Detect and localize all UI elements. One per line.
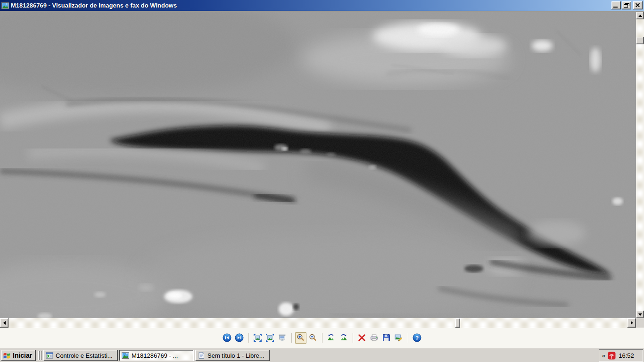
scrollbar-corner	[636, 318, 644, 328]
toolbar-separator	[322, 333, 322, 343]
start-button[interactable]: Iniciar	[1, 350, 36, 361]
picture-viewer-icon	[1, 2, 9, 9]
slideshow-icon	[278, 333, 287, 342]
system-tray: « 16:52	[599, 349, 643, 362]
window-title: M181286769 - Visualizador de imagens e f…	[11, 2, 177, 9]
taskbar-item-label: Controle e Estatísti...	[56, 352, 113, 359]
print-icon	[370, 333, 379, 342]
delete-button[interactable]	[356, 332, 368, 344]
help-button[interactable]: ?	[412, 332, 423, 344]
previous-image-icon	[223, 333, 231, 342]
next-image-button[interactable]	[234, 332, 245, 344]
arrow-up-icon	[638, 15, 642, 17]
rotate-clockwise-icon	[339, 333, 348, 342]
windows-logo-icon	[3, 352, 11, 359]
minimize-icon	[613, 7, 618, 8]
rotate-counterclockwise-icon	[327, 333, 336, 342]
actual-size-button[interactable]	[264, 332, 276, 344]
picture-viewer-icon	[122, 352, 129, 359]
writer-document-icon	[198, 352, 205, 359]
avira-icon[interactable]	[608, 352, 616, 360]
edit-image-icon	[394, 333, 403, 342]
close-button[interactable]	[633, 1, 643, 9]
save-button[interactable]	[381, 332, 392, 344]
taskbar-item-controle[interactable]: Controle e Estatísti...	[43, 350, 118, 361]
toolbar-separator	[408, 333, 408, 343]
best-fit-icon	[253, 333, 262, 342]
zoom-out-button[interactable]	[307, 332, 319, 344]
taskbar: Iniciar Controle e Estatísti... M1812867…	[0, 348, 644, 362]
toolbar-separator	[291, 333, 292, 343]
scroll-right-button[interactable]	[627, 318, 636, 328]
taskbar-grip[interactable]	[41, 351, 42, 360]
taskbar-item-viewer[interactable]: M181286769 - ...	[119, 350, 194, 361]
vertical-scrollbar-track[interactable]	[636, 12, 644, 318]
save-icon	[382, 333, 391, 342]
taskbar-item-label: Sem título 1 - Libre...	[207, 352, 264, 359]
taskbar-item-writer[interactable]: Sem título 1 - Libre...	[195, 350, 270, 361]
restore-button[interactable]	[622, 1, 631, 9]
svg-text:?: ?	[415, 335, 419, 341]
help-icon: ?	[413, 333, 421, 342]
rotate-clockwise-button[interactable]	[338, 332, 349, 344]
best-fit-button[interactable]	[252, 332, 264, 344]
image-viewport[interactable]	[0, 12, 636, 318]
next-image-icon	[235, 333, 244, 342]
spreadsheet-app-icon	[46, 352, 53, 359]
zoom-in-icon	[296, 333, 305, 342]
arrow-left-icon	[3, 321, 6, 325]
taskbar-grip[interactable]	[38, 351, 40, 360]
lunar-surface-image	[0, 12, 636, 318]
minimize-button[interactable]	[611, 1, 621, 9]
previous-image-button[interactable]	[222, 332, 233, 344]
rotate-counterclockwise-button[interactable]	[326, 332, 337, 344]
delete-icon	[357, 333, 366, 342]
start-button-label: Iniciar	[13, 352, 32, 359]
toolbar-separator	[248, 333, 249, 343]
tray-clock[interactable]: 16:52	[619, 352, 634, 359]
window-titlebar[interactable]: M181286769 - Visualizador de imagens e f…	[0, 0, 644, 11]
vertical-scrollbar[interactable]	[636, 12, 644, 318]
edit-image-button[interactable]	[393, 332, 405, 344]
horizontal-scrollbar[interactable]	[0, 318, 636, 328]
scroll-left-button[interactable]	[0, 318, 8, 328]
viewer-toolbar: ?	[0, 328, 644, 348]
zoom-out-icon	[308, 333, 317, 342]
tray-expand-button[interactable]: «	[602, 352, 605, 359]
toolbar-separator	[353, 333, 353, 343]
print-button[interactable]	[369, 332, 380, 344]
arrow-down-icon	[638, 313, 642, 316]
actual-size-icon	[265, 333, 274, 342]
scroll-down-button[interactable]	[636, 311, 644, 318]
start-slideshow-button[interactable]	[277, 332, 288, 344]
horizontal-scrollbar-thumb[interactable]	[455, 318, 460, 328]
taskbar-item-label: M181286769 - ...	[132, 352, 178, 359]
vertical-scrollbar-thumb[interactable]	[636, 37, 644, 44]
scroll-up-button[interactable]	[636, 12, 644, 19]
zoom-in-button[interactable]	[295, 332, 306, 344]
arrow-right-icon	[631, 321, 633, 325]
horizontal-scrollbar-track[interactable]	[0, 318, 636, 328]
